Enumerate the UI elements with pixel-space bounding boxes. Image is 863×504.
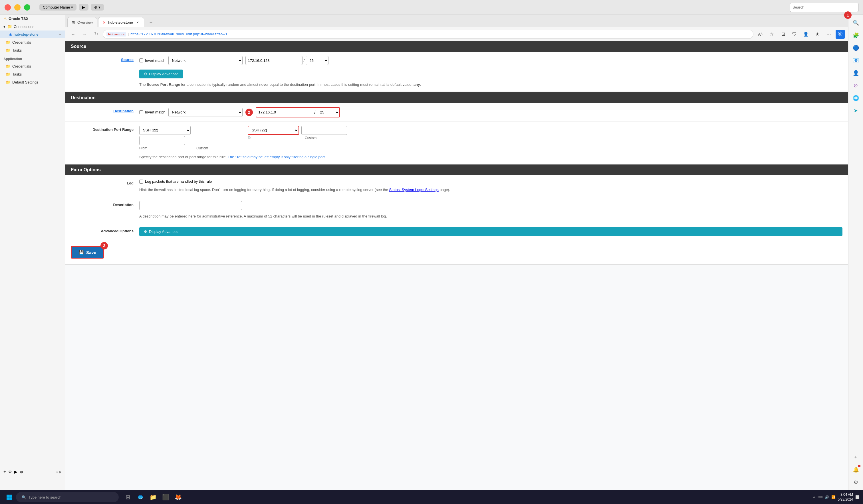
plus-circle-btn[interactable]: ⊕ [20,469,23,474]
description-row: Description A description may be entered… [65,197,848,223]
source-invert-match-checkbox[interactable] [139,59,143,62]
mac-minimize-btn[interactable] [14,4,21,11]
application-section-title: Application [0,54,65,62]
save-btn-container: 💾 Save 3 [71,246,104,259]
source-cidr-select[interactable]: 25 24 32 [305,56,328,65]
search-sidebar-btn[interactable]: 🔍 [850,17,862,28]
settings-sidebar-btn[interactable]: ⚙ [850,477,862,488]
dest-ip-input[interactable] [256,108,313,117]
mac-fullscreen-btn[interactable] [24,4,30,11]
action-btn[interactable]: ⊕ ▾ [91,4,104,11]
source-ip-cidr-group: / 25 24 32 [246,56,329,65]
taskbar-search-box[interactable]: 🔍 Type here to search [16,492,119,502]
source-ip-input[interactable] [246,56,302,65]
source-link[interactable]: Source [121,57,134,62]
favorite-btn[interactable]: ☆ [767,30,776,39]
taskbar-time-display[interactable]: 8:04 AM 5/23/2024 [838,492,853,502]
plus-sidebar-btn[interactable]: + [850,452,862,463]
sidebar-item-oracle-tsx[interactable]: ⚠ Oracle TSX [0,15,65,23]
chevron-right-icon: ▾ [3,25,5,29]
mac-close-btn[interactable] [4,4,11,11]
dest-network-select[interactable]: Network Any LAN net WAN net [168,108,242,117]
gear-bottom-btn[interactable]: ⚙ [8,469,12,474]
taskbar-chevron[interactable]: ∧ [813,495,815,499]
firefox-btn[interactable]: 🦊 [172,491,184,503]
back-btn[interactable]: ← [68,30,78,39]
gear-icon: ⚙ [144,72,147,76]
sidebar-item-credentials[interactable]: 📁 Credentials [0,38,65,46]
tab-close-btn[interactable]: ✕ [135,20,140,25]
outlook-btn[interactable]: 📧 [850,55,862,66]
source-network-select[interactable]: Network Any LAN net WAN net [168,56,242,65]
description-input[interactable] [139,201,242,210]
circles-btn[interactable]: ⊙ [850,80,862,91]
play-btn[interactable]: ▶ [79,4,88,11]
sidebar-item-app-credentials[interactable]: 📁 Credentials [0,62,65,70]
browser-shield-btn[interactable]: 🛡 [790,30,799,39]
mac-search-input[interactable] [790,3,859,12]
tab-hub-step-stone[interactable]: ✕ hub-step-stone ✕ [98,17,144,27]
forward-nav-btn[interactable]: → [80,30,89,39]
destination-link[interactable]: Destination [113,109,134,113]
folder-icon-tasks: 📁 [6,48,11,52]
overview-tab-icon: ⊞ [72,20,75,25]
from-label: From [139,146,191,150]
sidebar-item-tasks[interactable]: 📁 Tasks [0,46,65,54]
edge-new-btn[interactable]: 🌐 [850,92,862,104]
sidebar-item-app-tasks[interactable]: 📁 Tasks [0,70,65,78]
dest-invert-match-checkbox[interactable] [139,110,143,114]
advanced-display-label: Display Advanced [149,230,178,234]
hint-any: any [414,82,420,87]
sidebar: ⚠ Oracle TSX ▾ 📁 Connections ◉ hub-step-… [0,15,65,490]
dest-ip-cidr-group: / 25 24 32 1 [256,107,340,117]
task-view-btn[interactable]: ⊞ [122,491,134,503]
to-port-select[interactable]: SSH (22) HTTP (80) HTTPS (443) Custom [248,126,299,135]
file-explorer-btn[interactable]: 📁 [147,491,159,503]
log-checkbox-label[interactable]: Log packets that are handled by this rul… [139,179,842,184]
more-btn[interactable]: ⋯ [824,30,833,39]
notification-center-btn[interactable]: ⬜ [855,495,860,499]
person-btn[interactable]: 👤 [850,67,862,79]
not-secure-badge: Not secure [107,32,126,37]
add-btn[interactable]: + [3,469,6,474]
sidebar-item-default-settings[interactable]: 📁 Default Settings [0,78,65,86]
address-bar[interactable]: Not secure | https://172.16.0.20/firewal… [103,30,753,39]
to-custom-input[interactable] [301,126,347,135]
forward-btn[interactable]: ➤ [850,105,862,116]
new-tab-btn[interactable]: + [147,18,155,27]
windows-start-btn[interactable] [3,491,15,503]
advanced-display-btn[interactable]: ⚙ Display Advanced [139,227,842,236]
computer-name-btn[interactable]: Computer Name ▾ [39,4,76,11]
dest-cidr-select[interactable]: 25 24 32 [316,108,339,117]
refresh-btn[interactable]: ↻ [91,30,100,39]
play-bottom-btn[interactable]: ▶ [14,469,17,474]
sidebar-item-hub-step-stone[interactable]: ◉ hub-step-stone ⏏ [0,30,65,38]
edge-icon-btn[interactable]: 🔵 [850,42,862,54]
source-invert-match-label[interactable]: Invert match [139,59,165,63]
log-hint-end: page). [439,188,450,192]
profile-btn[interactable]: 👤 [801,30,811,39]
terminal-btn[interactable]: ⬛ [160,491,171,503]
log-hint-link[interactable]: Status: System Logs: Settings [389,188,438,192]
tab-overview[interactable]: ⊞ Overview [67,17,97,27]
hint-pre: The [139,82,147,87]
split-view-btn[interactable]: ⊡ [778,30,788,39]
save-button[interactable]: 💾 Save [71,246,104,259]
from-custom-input[interactable] [139,136,185,145]
source-form-row: Source Invert match Network Any LAN net … [65,52,848,92]
edge-taskbar-btn[interactable] [135,491,146,503]
extensions-btn[interactable]: 🧩 [850,30,862,41]
taskbar: 🔍 Type here to search ⊞ 📁 ⬛ 🦊 ∧ ⌨ 🔊 📶 8:… [0,490,863,504]
reader-mode-btn[interactable]: Aᴬ [756,30,765,39]
browser-navbar: ← → ↻ Not secure | https://172.16.0.20/f… [65,27,848,41]
destination-form-row: Destination Invert match Network Any LAN… [65,103,848,122]
dest-invert-match-label[interactable]: Invert match [139,110,165,114]
source-display-advanced-btn[interactable]: ⚙ Display Advanced [139,69,183,78]
log-checkbox[interactable] [139,180,143,184]
sidebar-oracle-tsx-label: Oracle TSX [9,16,28,21]
source-advanced-row: ⚙ Display Advanced [139,69,842,78]
from-port-select[interactable]: SSH (22) HTTP (80) HTTPS (443) Custom [139,126,191,135]
sidebar-item-connections[interactable]: ▾ 📁 Connections [0,23,65,30]
favorites-sidebar-btn[interactable]: ★ [813,30,822,39]
log-label: Log [71,179,134,185]
